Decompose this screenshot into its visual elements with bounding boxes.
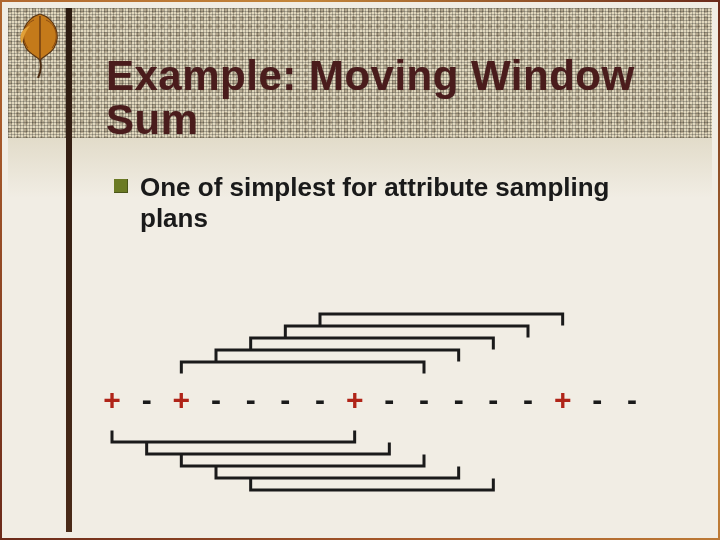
window-bracket-top [320, 314, 563, 324]
minus-glyph: - [592, 383, 602, 416]
slide-title: Example: Moving Window Sum [106, 54, 658, 142]
window-bracket-top [285, 326, 528, 336]
plus-glyph: + [173, 383, 191, 416]
window-bracket-top [216, 350, 459, 360]
plus-glyph: + [103, 383, 121, 416]
minus-glyph: - [142, 383, 152, 416]
window-bracket-bottom [181, 456, 424, 466]
minus-glyph: - [419, 383, 429, 416]
window-bracket-bottom [112, 432, 355, 442]
slide: Example: Moving Window Sum One of simple… [0, 0, 720, 540]
window-bracket-top [181, 362, 424, 372]
minus-glyph: - [280, 383, 290, 416]
minus-glyph: - [246, 383, 256, 416]
minus-glyph: - [454, 383, 464, 416]
minus-glyph: - [384, 383, 394, 416]
moving-window-diagram: +-+----+-----+-- [92, 282, 652, 502]
minus-glyph: - [315, 383, 325, 416]
minus-glyph: - [211, 383, 221, 416]
minus-glyph: - [523, 383, 533, 416]
minus-glyph: - [488, 383, 498, 416]
bullet-text: One of simplest for attribute sampling p… [140, 172, 638, 234]
plus-glyph: + [554, 383, 572, 416]
window-bracket-top [251, 338, 494, 348]
window-bracket-bottom [216, 468, 459, 478]
window-bracket-bottom [251, 480, 494, 490]
minus-glyph: - [627, 383, 637, 416]
bullet-marker-icon [114, 179, 128, 193]
window-bracket-bottom [147, 444, 390, 454]
plus-glyph: + [346, 383, 364, 416]
vertical-rule [66, 8, 72, 532]
leaf-icon [4, 6, 76, 78]
bullet-item: One of simplest for attribute sampling p… [114, 172, 638, 234]
